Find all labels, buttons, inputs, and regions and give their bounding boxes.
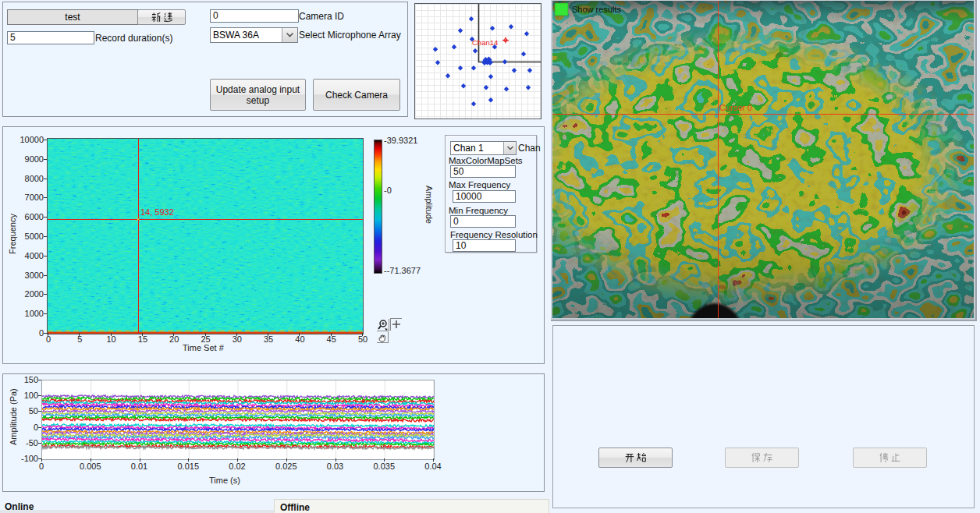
svg-text:Cursor 0: Cursor 0 [719,103,752,112]
svg-text:Show results: Show results [572,5,621,14]
svg-text:Chan14: Chan14 [472,38,498,47]
svg-text:14, 5932: 14, 5932 [140,207,174,217]
